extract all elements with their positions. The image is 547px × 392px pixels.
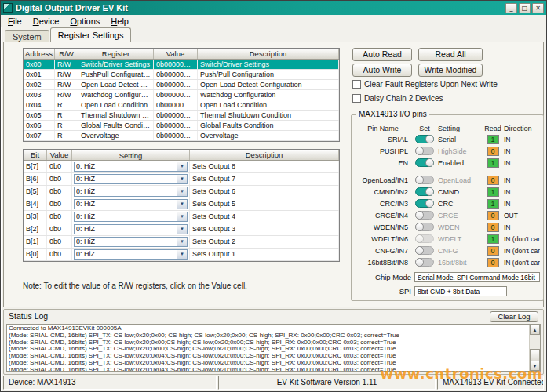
register-value[interactable]: 0b00000000 [154, 80, 198, 89]
menu-options[interactable]: Options [64, 16, 105, 27]
header-value: Value [154, 49, 198, 59]
bit-label: B[1] [24, 236, 47, 248]
scroll-down-icon[interactable]: ▼ [530, 361, 540, 371]
chevron-down-icon[interactable]: ▼ [177, 162, 187, 171]
pin-toggle[interactable] [415, 211, 434, 220]
register-row[interactable]: 0x05 R Thermal Shutdown Condition 0b0000… [24, 111, 339, 121]
auto-read-button[interactable]: Auto Read [352, 48, 412, 61]
register-name: PushPull Configuration [78, 70, 154, 79]
bit-setting-dropdown[interactable]: 0: HiZ▼ [74, 162, 188, 172]
register-row[interactable]: 0x07 R Overvoltage 0b00000000 Overvoltag… [24, 131, 339, 141]
read-badge: 1 [487, 135, 499, 144]
tab-register-settings[interactable]: Register Settings [50, 27, 132, 42]
header-rw: R/W [55, 49, 78, 59]
bit-setting-dropdown[interactable]: 0: HiZ▼ [74, 187, 188, 197]
io-pin-row: 16bit8Bit/IN8 16bit/8bit 0 IN (don't car… [355, 256, 540, 268]
read-badge: 1 [487, 187, 499, 197]
toggle-knob [425, 158, 434, 167]
menu-device[interactable]: Device [27, 16, 65, 27]
daisy-chain-checkbox[interactable] [352, 94, 361, 103]
pin-setting-label: HighSide [438, 147, 482, 155]
pin-toggle[interactable] [415, 246, 434, 255]
pin-direction: IN [504, 200, 540, 208]
scroll-up-icon[interactable]: ▲ [530, 325, 540, 335]
register-address: 0x02 [24, 80, 55, 89]
pin-setting-label: CRC [438, 200, 482, 208]
pin-toggle[interactable] [415, 187, 434, 196]
bit-setting-dropdown[interactable]: 0: HiZ▼ [74, 224, 188, 234]
bit-setting-dropdown[interactable]: 0: HiZ▼ [74, 249, 188, 260]
status-version: EV Kit Software Version 1.11 [218, 376, 436, 390]
pin-setting-label: 16bit/8bit [438, 259, 482, 267]
clear-fault-checkbox[interactable] [352, 80, 361, 89]
chevron-down-icon[interactable]: ▼ [177, 200, 187, 209]
minimize-button[interactable]: _ [505, 3, 517, 13]
chevron-down-icon[interactable]: ▼ [177, 175, 187, 183]
toggle-knob [415, 223, 424, 231]
chevron-down-icon[interactable]: ▼ [177, 187, 187, 196]
io-pin-row: SRIAL Serial 1 IN [355, 133, 540, 145]
auto-write-button[interactable]: Auto Write [352, 64, 412, 77]
menu-file[interactable]: File [2, 16, 27, 27]
pin-name: CNFG/IN7 [355, 247, 411, 255]
menu-help[interactable]: Help [105, 16, 134, 27]
pin-toggle[interactable] [415, 234, 434, 243]
clear-log-button[interactable]: Clear Log [490, 311, 538, 322]
chevron-down-icon[interactable]: ▼ [177, 225, 187, 234]
register-value[interactable]: 0b00000000 [154, 70, 198, 79]
bit-row: B[0] 0b0 0: HiZ▼ Sets Output 1 [24, 249, 339, 261]
register-value: 0b00000000 [154, 111, 198, 120]
pin-name: 16bit8Bit/IN8 [355, 259, 411, 267]
pin-toggle[interactable] [415, 199, 434, 208]
register-row[interactable]: 0x06 R Global Faults Condition 0b0000000… [24, 121, 339, 131]
pin-toggle[interactable] [415, 158, 434, 167]
header-bit-value: Value [47, 150, 72, 160]
bit-value: 0b0 [47, 186, 72, 198]
register-value[interactable]: 0b00000000 [154, 60, 198, 69]
chevron-down-icon[interactable]: ▼ [177, 238, 187, 246]
write-modified-button[interactable]: Write Modified [418, 64, 483, 77]
close-button[interactable]: ✕ [532, 3, 544, 13]
pin-direction: IN [504, 159, 540, 167]
daisy-chain-label: Daisy Chain 2 Devices [364, 94, 443, 103]
register-row[interactable]: 0x01 R/W PushPull Configuration 0b000000… [24, 70, 339, 80]
toggle-knob [415, 147, 424, 155]
register-row[interactable]: 0x02 R/W Open-Load Detect Configuration … [24, 80, 339, 90]
bit-setting-dropdown[interactable]: 0: HiZ▼ [74, 237, 188, 247]
pin-toggle[interactable] [415, 258, 434, 267]
register-value[interactable]: 0b00000000 [154, 90, 198, 100]
bit-setting-dropdown[interactable]: 0: HiZ▼ [74, 174, 188, 184]
register-description: Watchdog Configuration [198, 90, 339, 100]
register-row[interactable]: 0x00 R/W Switch/Driver Settings 0b000000… [24, 60, 339, 70]
pin-toggle[interactable] [415, 147, 434, 155]
pin-toggle[interactable] [415, 223, 434, 231]
io-pin-row: EN Enabled 1 IN [355, 157, 540, 169]
edit-note: Note: To edit the value of a R/W registe… [23, 281, 247, 290]
status-device: Device: MAX14913 [3, 376, 217, 390]
register-rw: R/W [55, 60, 78, 69]
pin-toggle[interactable] [415, 176, 434, 184]
pin-toggle[interactable] [415, 135, 434, 143]
toggle-knob [425, 199, 434, 208]
maximize-button[interactable]: □ [519, 3, 531, 13]
io-pin-row: CMND/IN2 CMND 1 IN [355, 186, 540, 198]
log-scrollbar[interactable]: ▲ ▼ [529, 325, 540, 371]
register-row[interactable]: 0x04 R Open Load Condition 0b00000000 Op… [24, 100, 339, 111]
bit-description: Sets Output 8 [190, 161, 339, 172]
register-row[interactable]: 0x03 R/W Watchdog Configuration 0b000000… [24, 90, 339, 100]
bit-setting-value: 0: HiZ [76, 238, 177, 246]
register-rw: R/W [55, 90, 78, 100]
toggle-knob [415, 176, 424, 184]
read-all-button[interactable]: Read All [418, 48, 483, 61]
pin-direction: IN [504, 223, 540, 231]
pin-name: OpenLoad/IN1 [355, 176, 411, 184]
chevron-down-icon[interactable]: ▼ [177, 250, 187, 259]
register-value: 0b00000000 [154, 121, 198, 130]
bit-setting-dropdown[interactable]: 0: HiZ▼ [74, 199, 188, 209]
tab-system[interactable]: System [5, 30, 49, 42]
register-address: 0x07 [24, 131, 55, 140]
bit-setting-dropdown[interactable]: 0: HiZ▼ [74, 212, 188, 222]
bit-label: B[5] [24, 186, 47, 198]
pin-name: PUSHPL [355, 147, 411, 155]
chevron-down-icon[interactable]: ▼ [177, 212, 187, 221]
